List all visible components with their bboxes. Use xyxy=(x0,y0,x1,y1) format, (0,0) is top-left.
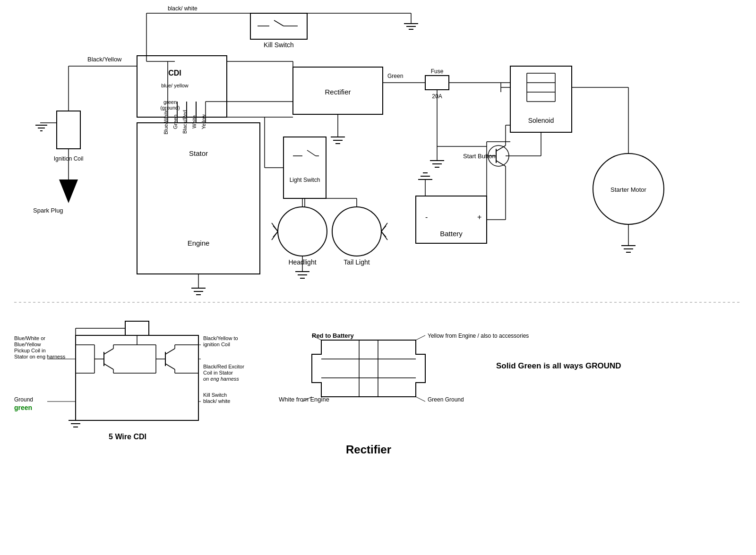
cdi-bl-pickup: Pickup Coil in xyxy=(14,348,46,353)
svg-line-86 xyxy=(496,145,506,151)
tail-light-symbol xyxy=(332,207,381,256)
svg-line-68 xyxy=(381,231,387,240)
cdi-label: CDI xyxy=(168,69,181,77)
cdi-top-connector xyxy=(125,321,149,335)
cdi-blue-yellow: blue/ yellow xyxy=(161,83,189,88)
svg-line-87 xyxy=(496,161,506,166)
cdi-black-yellow-label: Black/Yellow to xyxy=(203,335,238,341)
ignition-coil-box xyxy=(57,111,80,149)
black-white-label: black/ white xyxy=(168,5,198,12)
cdi-coil-in-stator: Coil in Stator xyxy=(203,370,233,376)
svg-line-55 xyxy=(272,223,278,231)
cdi-eng-harness: on eng harness xyxy=(203,376,239,382)
battery-label: Battery xyxy=(440,230,463,238)
rectifier-diagram-box xyxy=(312,340,425,397)
cdi-bl-stator: Stator on eng harness xyxy=(14,354,66,359)
cdi-green-label: green xyxy=(14,404,32,411)
green-rect-label: Green xyxy=(387,73,403,79)
black-yellow-label: Black/Yellow xyxy=(87,56,122,63)
5-wire-cdi-title: 5 Wire CDI xyxy=(109,433,146,441)
light-switch-label: Light Switch xyxy=(290,177,320,183)
light-switch-box xyxy=(284,137,326,198)
svg-line-56 xyxy=(272,231,278,240)
yellow-engine-label: Yellow from Engine / also to accessories xyxy=(428,333,529,339)
svg-line-153 xyxy=(416,397,425,401)
tail-light-label: Tail Light xyxy=(344,258,369,266)
cdi-green-ground: green xyxy=(163,99,177,105)
cdi-diagram-box xyxy=(76,335,198,420)
stator-engine-box xyxy=(137,123,260,274)
fuse-box xyxy=(425,76,449,90)
headlight-symbol xyxy=(278,207,327,256)
battery-minus: - xyxy=(425,213,428,221)
white-engine-label: White from Engine xyxy=(279,396,329,403)
svg-line-118 xyxy=(165,349,175,354)
svg-line-113 xyxy=(104,364,113,369)
cdi-ignition-coil: ignition Coil xyxy=(203,342,230,347)
rectifier-label: Rectifier xyxy=(325,88,351,96)
cdi-black-red-label: Black/Red Excitor xyxy=(203,364,244,369)
wiring-diagram: Kill Switch black/ white CDI blue/ yello… xyxy=(0,0,756,555)
battery-plus: + xyxy=(477,213,481,221)
cdi-bl-blue-yellow: Blue/Yellow xyxy=(14,342,41,347)
stator-label: Stator xyxy=(189,149,208,157)
green-ground-label: Green Ground xyxy=(428,396,464,403)
start-button-label: Start Button xyxy=(463,153,496,160)
engine-label: Engine xyxy=(188,239,210,247)
svg-line-1 xyxy=(274,20,284,26)
svg-line-119 xyxy=(165,364,175,369)
cdi-kill-black-white: black/ white xyxy=(203,398,230,404)
svg-line-151 xyxy=(416,335,425,340)
red-battery-label: Red to Battery xyxy=(312,332,354,339)
fuse-label: Fuse xyxy=(431,68,444,75)
svg-line-67 xyxy=(381,223,387,231)
spark-plug-label: Spark Plug xyxy=(33,207,63,214)
cdi-kill-switch-label: Kill Switch xyxy=(203,392,227,398)
rectifier-title: Rectifier xyxy=(346,443,391,456)
kill-switch-label: Kill Switch xyxy=(264,41,294,49)
solid-green-label: Solid Green is all ways GROUND xyxy=(496,361,621,370)
svg-line-112 xyxy=(104,349,113,354)
starter-motor-label: Starter Motor xyxy=(610,186,647,193)
solenoid-label: Solenoid xyxy=(528,117,554,124)
cdi-ground-label: Ground xyxy=(14,396,33,403)
cdi-bl-top-label: Blue/White or xyxy=(14,335,45,341)
svg-line-49 xyxy=(307,150,316,156)
spark-plug-symbol xyxy=(59,179,78,203)
